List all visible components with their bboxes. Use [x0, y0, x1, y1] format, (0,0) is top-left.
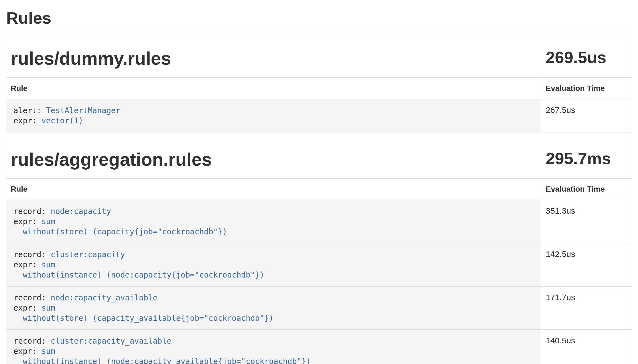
group-time-cell: 295.7ms: [541, 132, 632, 179]
rule-link[interactable]: sum: [41, 347, 55, 356]
rule-code-key: expr:: [13, 303, 41, 313]
rules-table-body: rules/dummy.rules269.5usRuleEvaluation T…: [6, 31, 632, 364]
rule-code-line: without(instance) (node:capacity{job="co…: [13, 270, 534, 280]
evaluation-time-column-header: Evaluation Time: [541, 78, 632, 99]
rule-link[interactable]: cluster:capacity_available: [51, 336, 171, 346]
rule-column-header: Rule: [6, 78, 541, 99]
rule-code-key: alert:: [13, 106, 46, 115]
rule-link[interactable]: node:capacity: [51, 207, 111, 216]
rule-code-line: record: node:capacity_available: [13, 293, 534, 303]
rule-code-line: expr: sum: [13, 346, 534, 356]
rule-code-line: record: node:capacity: [13, 206, 534, 216]
group-header-row: rules/dummy.rules269.5us: [6, 31, 632, 78]
rule-code: record: node:capacityexpr: sum without(s…: [11, 204, 536, 239]
rule-code-key: expr:: [13, 217, 41, 226]
rule-evaluation-time: 351.3us: [541, 200, 632, 243]
rule-code: alert: TestAlertManagerexpr: vector(1): [11, 103, 536, 128]
rule-evaluation-time: 171.7us: [541, 286, 632, 330]
rule-link[interactable]: TestAlertManager: [46, 106, 120, 115]
rule-link[interactable]: without(instance) (node:capacity_availab…: [23, 357, 311, 364]
group-name-cell: rules/aggregation.rules: [6, 132, 541, 179]
group-name: rules/dummy.rules: [11, 48, 536, 69]
rule-code-key: [13, 357, 23, 364]
rule-cell: alert: TestAlertManagerexpr: vector(1): [6, 99, 541, 132]
group-evaluation-time: 269.5us: [546, 48, 627, 67]
rule-cell: record: cluster:capacityexpr: sum withou…: [6, 243, 541, 286]
rule-column-header: Rule: [6, 178, 541, 200]
rule-code-key: expr:: [13, 347, 41, 356]
rule-link[interactable]: without(instance) (node:capacity{job="co…: [23, 270, 264, 279]
rule-row: record: node:capacityexpr: sum without(s…: [6, 200, 632, 243]
rule-code-key: record:: [13, 336, 51, 346]
rule-code-line: expr: sum: [13, 260, 534, 270]
rule-code-key: record:: [13, 250, 51, 259]
rule-code-line: without(store) (capacity_available{job="…: [13, 313, 534, 323]
rule-row: record: node:capacity_availableexpr: sum…: [6, 286, 632, 330]
rule-link[interactable]: sum: [41, 260, 55, 269]
rule-link[interactable]: vector(1): [41, 116, 83, 125]
rule-evaluation-time: 267.5us: [541, 99, 632, 132]
rule-cell: record: node:capacityexpr: sum without(s…: [6, 200, 541, 243]
rule-row: alert: TestAlertManagerexpr: vector(1)26…: [6, 99, 632, 132]
rule-link[interactable]: without(store) (capacity{job="cockroachd…: [23, 227, 227, 236]
rule-code-key: [13, 314, 23, 323]
rule-link[interactable]: without(store) (capacity_available{job="…: [23, 314, 274, 323]
group-time-cell: 269.5us: [541, 31, 632, 78]
group-name: rules/aggregation.rules: [11, 150, 536, 170]
rule-code-key: [13, 270, 23, 279]
group-evaluation-time: 295.7ms: [546, 150, 627, 168]
rule-code-line: expr: vector(1): [13, 116, 534, 126]
rule-code-line: record: cluster:capacity_available: [13, 336, 534, 346]
rule-link[interactable]: cluster:capacity: [51, 250, 125, 259]
rule-code-line: without(instance) (node:capacity_availab…: [13, 356, 534, 364]
rule-code: record: cluster:capacity_availableexpr: …: [11, 334, 536, 364]
rule-cell: record: cluster:capacity_availableexpr: …: [6, 330, 541, 364]
rule-row: record: cluster:capacity_availableexpr: …: [6, 330, 632, 364]
evaluation-time-column-header: Evaluation Time: [541, 178, 632, 200]
rule-code-key: expr:: [13, 260, 41, 269]
rule-evaluation-time: 142.5us: [541, 243, 632, 286]
rule-code-line: expr: sum: [13, 303, 534, 313]
rule-code-line: expr: sum: [13, 216, 534, 227]
rule-link[interactable]: node:capacity_available: [51, 293, 158, 302]
rule-code-key: expr:: [13, 116, 41, 125]
rule-code-line: alert: TestAlertManager: [13, 105, 534, 116]
rule-row: record: cluster:capacityexpr: sum withou…: [6, 243, 632, 286]
rule-code: record: cluster:capacityexpr: sum withou…: [11, 247, 536, 282]
group-name-cell: rules/dummy.rules: [6, 31, 541, 78]
page-title: Rules: [6, 9, 632, 27]
rule-link[interactable]: sum: [41, 303, 55, 313]
rules-table: rules/dummy.rules269.5usRuleEvaluation T…: [6, 31, 632, 364]
group-header-row: rules/aggregation.rules295.7ms: [6, 132, 632, 179]
rule-link[interactable]: sum: [41, 217, 55, 226]
rule-code-key: record:: [13, 293, 51, 302]
rule-code: record: node:capacity_availableexpr: sum…: [11, 290, 536, 325]
rule-code-line: without(store) (capacity{job="cockroachd…: [13, 227, 534, 237]
rule-evaluation-time: 140.5us: [541, 330, 632, 364]
rule-cell: record: node:capacity_availableexpr: sum…: [6, 286, 541, 330]
rule-code-key: record:: [13, 207, 51, 216]
rule-code-key: [13, 227, 23, 236]
rule-code-line: record: cluster:capacity: [13, 249, 534, 260]
column-header-row: RuleEvaluation Time: [6, 178, 632, 200]
column-header-row: RuleEvaluation Time: [6, 78, 632, 99]
